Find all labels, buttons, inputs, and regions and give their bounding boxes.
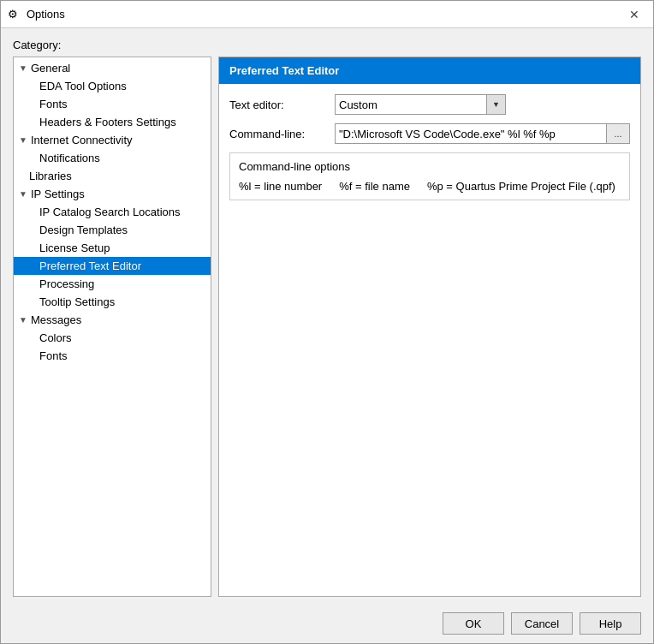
text-editor-row: Text editor: Custom ▼: [229, 94, 630, 115]
panel-body: Text editor: Custom ▼ Command-line:: [219, 84, 640, 596]
cancel-button[interactable]: Cancel: [511, 612, 573, 635]
command-line-input[interactable]: [335, 123, 607, 144]
sidebar-group-label-internet: Internet Connectivity: [31, 134, 133, 146]
sidebar-group-internet-connectivity[interactable]: ▼ Internet Connectivity: [14, 131, 211, 149]
help-button[interactable]: Help: [580, 612, 641, 635]
sidebar-item-design-templates[interactable]: Design Templates: [14, 221, 211, 239]
messages-children: Colors Fonts: [14, 329, 211, 365]
cmdline-option-project-file: %p = Quartus Prime Project File (.qpf): [427, 180, 615, 193]
sidebar-item-license-setup[interactable]: License Setup: [14, 239, 211, 257]
sidebar-item-ip-catalog-search[interactable]: IP Catalog Search Locations: [38, 203, 211, 221]
sidebar-item-fonts-general[interactable]: Fonts: [38, 95, 211, 113]
text-editor-select-wrapper: Custom ▼: [335, 94, 506, 115]
browse-button[interactable]: ...: [606, 123, 630, 144]
footer: OK Cancel Help: [1, 605, 653, 643]
sidebar-item-fonts-messages[interactable]: Fonts: [38, 347, 211, 365]
sidebar-group-ip-settings[interactable]: ▼ IP Settings: [14, 185, 211, 203]
cmdline-options-title: Command-line options: [239, 160, 621, 173]
sidebar-item-notifications[interactable]: Notifications: [38, 149, 211, 167]
select-arrow-icon: ▼: [486, 95, 505, 114]
window-title: Options: [27, 8, 65, 21]
sidebar-item-tooltip-settings[interactable]: Tooltip Settings: [14, 293, 211, 311]
title-bar: ⚙ Options ✕: [1, 1, 653, 28]
window-body: Category: ▼ General EDA Tool Options Fon…: [1, 28, 653, 605]
title-bar-left: ⚙ Options: [8, 8, 65, 21]
chevron-down-icon-4: ▼: [17, 315, 29, 325]
sidebar-item-libraries[interactable]: Libraries: [14, 167, 211, 185]
sidebar-label-libraries: Libraries: [29, 170, 72, 182]
options-window: ⚙ Options ✕ Category: ▼ General EDA Tool…: [0, 0, 654, 644]
ok-button[interactable]: OK: [443, 612, 504, 635]
cmdline-options-box: Command-line options %l = line number %f…: [229, 152, 630, 200]
chevron-down-icon-2: ▼: [17, 135, 29, 145]
close-button[interactable]: ✕: [622, 5, 646, 24]
sidebar-item-preferred-text-editor[interactable]: Preferred Text Editor: [14, 257, 211, 275]
general-children: EDA Tool Options Fonts Headers & Footers…: [14, 77, 211, 131]
internet-children: Notifications: [14, 149, 211, 167]
sidebar-group-label-messages: Messages: [31, 313, 81, 326]
cmdline-option-file-name: %f = file name: [339, 180, 410, 193]
sidebar-group-messages[interactable]: ▼ Messages: [14, 311, 211, 329]
command-line-label: Command-line:: [229, 128, 328, 140]
category-label: Category:: [13, 39, 641, 51]
ip-children: IP Catalog Search Locations: [14, 203, 211, 221]
command-line-row: Command-line: ...: [229, 123, 630, 144]
sidebar: ▼ General EDA Tool Options Fonts Headers…: [13, 57, 211, 597]
main-content: ▼ General EDA Tool Options Fonts Headers…: [13, 57, 641, 597]
cmd-input-wrapper: ...: [335, 123, 630, 144]
text-editor-label: Text editor:: [229, 98, 328, 111]
chevron-down-icon-3: ▼: [17, 189, 29, 199]
panel-header: Preferred Text Editor: [219, 57, 640, 84]
text-editor-select[interactable]: Custom: [336, 95, 486, 114]
cmdline-option-line-number: %l = line number: [239, 180, 322, 193]
sidebar-group-label-general: General: [31, 62, 70, 75]
sidebar-item-processing[interactable]: Processing: [14, 275, 211, 293]
window-icon: ⚙: [8, 8, 21, 21]
chevron-down-icon: ▼: [17, 63, 29, 73]
sidebar-item-eda-tool-options[interactable]: EDA Tool Options: [38, 77, 211, 95]
sidebar-group-general[interactable]: ▼ General: [14, 59, 211, 77]
sidebar-item-colors[interactable]: Colors: [38, 329, 211, 347]
sidebar-item-headers-footers[interactable]: Headers & Footers Settings: [38, 113, 211, 131]
cmdline-options-row: %l = line number %f = file name %p = Qua…: [239, 180, 621, 193]
content-panel: Preferred Text Editor Text editor: Custo…: [218, 57, 641, 597]
sidebar-group-label-ip: IP Settings: [31, 188, 85, 200]
